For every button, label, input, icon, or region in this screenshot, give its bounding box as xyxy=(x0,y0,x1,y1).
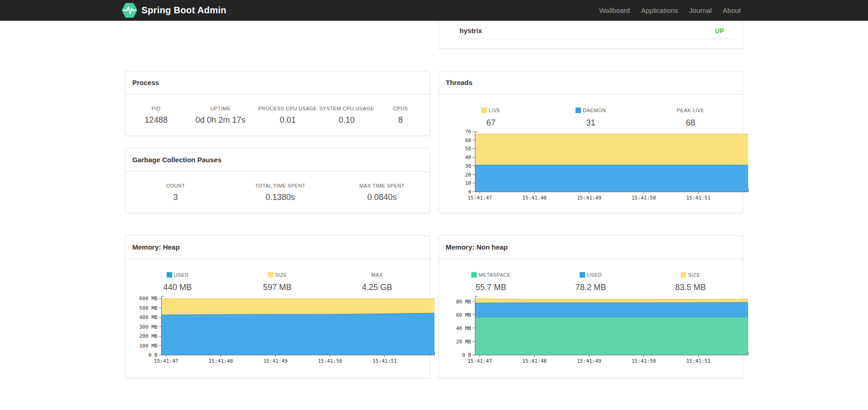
legend-item: METASPACE xyxy=(441,270,541,279)
stat-cell: 4.25 GB xyxy=(327,283,427,292)
stat-label: TOTAL TIME SPENT xyxy=(223,183,337,188)
heap-values: 440 MB 597 MB 4.25 GB xyxy=(125,279,429,293)
svg-text:15:41:50: 15:41:50 xyxy=(631,358,656,364)
svg-text:20: 20 xyxy=(465,172,471,178)
navbar: Spring Boot Admin Wallboard Applications… xyxy=(0,0,868,21)
stat-value: 0.1380s xyxy=(223,193,337,202)
application-name[interactable]: hystrix xyxy=(460,27,482,34)
memory-nonheap-card: Memory: Non heap METASPACE USED SIZE xyxy=(439,235,744,378)
brand[interactable]: Spring Boot Admin xyxy=(122,2,226,19)
svg-text:10: 10 xyxy=(465,180,471,186)
stat-label: PID xyxy=(128,106,185,111)
svg-text:40: 40 xyxy=(465,154,471,160)
memory-nonheap-card-title: Memory: Non heap xyxy=(439,236,743,259)
legend-label: USED xyxy=(174,272,189,278)
stat-value: 0.0840s xyxy=(337,193,427,202)
legend-label: METASPACE xyxy=(479,272,511,278)
nonheap-legend: METASPACE USED SIZE xyxy=(439,259,743,279)
stat-value: 67 xyxy=(441,118,541,128)
svg-text:60: 60 xyxy=(465,137,471,143)
stat-cell: UPTIME 0d 0h 2m 17s xyxy=(185,106,256,125)
legend-swatch xyxy=(268,272,273,278)
right-column: hystrix UP Threads LIVE DAEMON xyxy=(439,21,744,378)
stat-cell: SYSTEM CPU USAGE 0.10 xyxy=(319,106,374,125)
stat-cell: 31 xyxy=(541,118,641,128)
svg-text:15:41:48: 15:41:48 xyxy=(209,358,233,364)
svg-text:20 MB: 20 MB xyxy=(456,339,471,345)
main-content: Process PID 12488 UPTIME 0d 0h 2m 17s PR… xyxy=(125,21,743,378)
svg-text:600 MB: 600 MB xyxy=(139,296,158,302)
legend-swatch xyxy=(575,108,581,113)
svg-text:15:41:51: 15:41:51 xyxy=(372,358,397,364)
svg-text:15:41:49: 15:41:49 xyxy=(577,195,601,201)
stat-cell: MAX TIME SPENT 0.0840s xyxy=(337,183,427,202)
legend-item: SIZE xyxy=(227,270,327,279)
stat-cell: 55.7 MB xyxy=(441,283,541,292)
svg-text:60 MB: 60 MB xyxy=(456,312,471,318)
svg-text:30: 30 xyxy=(465,163,471,169)
stat-label: COUNT xyxy=(128,183,223,188)
stat-cell: 440 MB xyxy=(128,283,227,292)
stat-cell: COUNT 3 xyxy=(128,183,223,202)
legend-swatch xyxy=(471,272,477,278)
stat-label: MAX TIME SPENT xyxy=(337,183,427,188)
left-column: Process PID 12488 UPTIME 0d 0h 2m 17s PR… xyxy=(125,21,430,378)
stat-label: UPTIME xyxy=(185,106,256,111)
stat-cell: CPUS 8 xyxy=(374,106,427,125)
nonheap-values: 55.7 MB 78.2 MB 83.5 MB xyxy=(439,279,743,293)
legend-label: DAEMON xyxy=(583,108,606,113)
stat-cell: 83.5 MB xyxy=(641,283,740,292)
threads-chart: 01020304050607015:41:4715:41:4815:41:491… xyxy=(439,129,743,205)
stat-value: 440 MB xyxy=(128,283,227,292)
legend-label: USED xyxy=(587,272,602,278)
legend-item: USED xyxy=(128,270,227,279)
svg-text:40 MB: 40 MB xyxy=(456,325,471,331)
svg-text:15:41:47: 15:41:47 xyxy=(468,358,492,364)
stat-value: 4.25 GB xyxy=(327,283,427,292)
nav-link[interactable]: Applications xyxy=(636,6,684,14)
legend-item: LIVE xyxy=(441,106,541,114)
stat-cell: 68 xyxy=(641,118,740,128)
application-status-card: hystrix UP xyxy=(439,21,744,49)
application-row[interactable]: hystrix UP xyxy=(439,21,743,39)
stat-cell: TOTAL TIME SPENT 0.1380s xyxy=(223,183,337,202)
svg-text:15:41:48: 15:41:48 xyxy=(522,195,547,201)
legend-item: MAX xyxy=(327,270,427,279)
svg-text:80 MB: 80 MB xyxy=(456,299,471,305)
gc-stats: COUNT 3 TOTAL TIME SPENT 0.1380s MAX TIM… xyxy=(125,172,429,202)
svg-text:50: 50 xyxy=(465,146,471,152)
threads-legend: LIVE DAEMON PEAK LIVE xyxy=(439,95,743,114)
svg-text:15:41:51: 15:41:51 xyxy=(686,358,710,364)
process-card: Process PID 12488 UPTIME 0d 0h 2m 17s PR… xyxy=(125,71,430,136)
legend-swatch xyxy=(167,272,172,278)
legend-swatch xyxy=(481,108,487,113)
nav-link[interactable]: About xyxy=(717,6,746,14)
threads-card-title: Threads xyxy=(439,71,743,95)
nav-link[interactable]: Wallboard xyxy=(594,6,636,14)
legend-swatch xyxy=(580,272,585,278)
process-card-title: Process xyxy=(125,71,429,95)
nav-link[interactable]: Journal xyxy=(684,6,717,14)
legend-swatch xyxy=(681,272,686,278)
legend-item: SIZE xyxy=(641,270,740,279)
stat-value: 55.7 MB xyxy=(441,283,541,292)
stat-value: 68 xyxy=(641,118,740,128)
stat-cell: 78.2 MB xyxy=(541,283,641,292)
svg-text:200 MB: 200 MB xyxy=(139,333,158,339)
svg-text:15:41:47: 15:41:47 xyxy=(468,195,492,201)
navbar-container: Spring Boot Admin Wallboard Applications… xyxy=(115,0,753,20)
svg-text:15:41:50: 15:41:50 xyxy=(318,358,342,364)
svg-text:15:41:51: 15:41:51 xyxy=(686,195,710,201)
brand-title: Spring Boot Admin xyxy=(141,5,226,16)
stat-value: 12488 xyxy=(128,115,185,125)
stat-value: 0.10 xyxy=(319,115,374,125)
legend-label: LIVE xyxy=(489,108,500,113)
legend-label: PEAK LIVE xyxy=(677,108,705,113)
threads-card: Threads LIVE DAEMON PEAK LIVE xyxy=(439,71,744,213)
svg-text:0 B: 0 B xyxy=(148,352,158,358)
legend-item: USED xyxy=(541,270,641,279)
memory-heap-card: Memory: Heap USED SIZE MAX xyxy=(125,235,430,378)
legend-label: MAX xyxy=(371,272,383,278)
gc-pauses-card: Garbage Collection Pauses COUNT 3 TOTAL … xyxy=(125,148,430,213)
stat-value: 0.01 xyxy=(256,115,319,125)
